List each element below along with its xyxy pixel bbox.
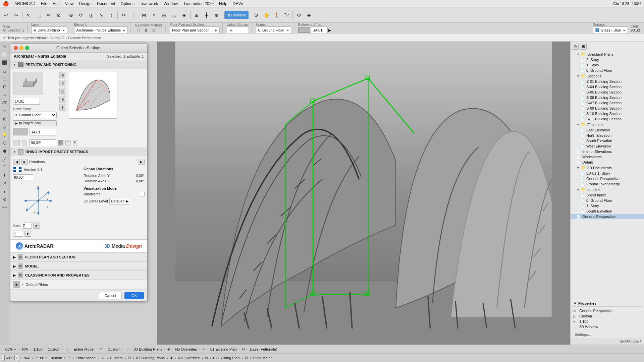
linked-dropdown[interactable]: ▶ (227, 26, 249, 34)
floor-plan-section-row[interactable]: ▶ ⊞ FLOOR PLAN AND SECTION (10, 253, 147, 262)
tree-item-details[interactable]: 📄 Details (571, 160, 644, 165)
bt2-plans[interactable]: 03 Building Plans (136, 356, 165, 360)
tree-item-idx-south-elev[interactable]: 📄 South Elevation (571, 208, 644, 214)
apple-icon[interactable]: 🍎 (3, 1, 9, 7)
tool-beam[interactable]: ━ (1, 107, 8, 115)
geo-btn-2[interactable]: ⊞ (143, 27, 149, 33)
rotation-check1[interactable]: ✓ (58, 140, 63, 145)
tree-item-ground-floor[interactable]: 📄 0. Ground Floor (571, 68, 644, 73)
redo-button[interactable]: ↪ (11, 10, 21, 20)
tree-item-generic-perspective-selected[interactable]: 📄 Generic Perspective (571, 214, 644, 219)
intersect-tool[interactable]: ⋈ (139, 10, 149, 20)
tree-item-s04[interactable]: 📄 S-04 Building Section (571, 84, 644, 89)
elevate-tool[interactable]: ↕ (107, 10, 116, 20)
tree-item-s11[interactable]: 📄 S-11 Building Section (571, 116, 644, 122)
zoom-out-button-2[interactable]: - (2, 355, 5, 361)
preview-icon-1[interactable]: ⊞ (59, 72, 66, 78)
mirror-tool[interactable]: ◫ (87, 10, 96, 20)
menu-window[interactable]: Window (164, 1, 178, 6)
menu-options[interactable]: Options (121, 1, 135, 6)
classification-section-row[interactable]: ▶ ⊞ CLASSIFICATION AND PROPERTIES (10, 271, 147, 280)
bt2-scale[interactable]: 1:100 (35, 356, 44, 360)
fill-tool[interactable]: ⊘ (54, 10, 63, 20)
tree-item-generic-persp-1[interactable]: 📄 Generic Perspective (571, 176, 644, 181)
tool-curtain[interactable]: ⊞ (1, 115, 8, 123)
tree-item-idx-story1[interactable]: 📄 1. Story (571, 203, 644, 208)
floor-dropdown[interactable]: Floor Plan and Section... ▶ (170, 26, 219, 34)
tree-item-s07[interactable]: 📄 S-07 Building Section (571, 100, 644, 106)
tree-item-s01[interactable]: 📄 S-01 Building Section (571, 79, 644, 84)
tool-figure[interactable]: ⊙ (1, 196, 8, 203)
tree-item-3d-documents[interactable]: ▼ 📁 3D Documents (571, 165, 644, 171)
tree-item-east-elev[interactable]: 📄 East Elevation (571, 127, 644, 133)
tree-item-story2[interactable]: 📄 2. Story (571, 57, 644, 62)
guide-tool[interactable]: ╋ (202, 10, 211, 20)
bottom-value-field[interactable]: 14,01 (311, 26, 328, 34)
menu-design[interactable]: Design (79, 1, 92, 6)
rhino-section-header[interactable]: ▼ RHINO IMPORT OBJECT SETTINGS (10, 147, 147, 156)
tool-arc[interactable]: ⌒ (1, 164, 8, 171)
rotate-tool[interactable]: ⟳ (76, 10, 86, 20)
tree-item-frontal-taxon[interactable]: 📄 Frontal Taxonometry (571, 181, 644, 187)
pan-tool[interactable]: ✋ (262, 10, 271, 20)
counter-input[interactable] (13, 231, 23, 237)
model-section-row[interactable]: ▶ ⊞ MODEL (10, 262, 147, 271)
rotation-angle-input[interactable]: 90,32° (29, 139, 56, 146)
rhino-prev-btn[interactable]: ◀ (13, 159, 20, 165)
preview-value-input[interactable] (13, 98, 40, 105)
tree-item-worksheets[interactable]: 📄 Worksheets (571, 154, 644, 160)
tool-dimension[interactable]: ⟺ (1, 204, 8, 211)
sync-icon[interactable]: ⟳ (3, 36, 6, 40)
tool-stair[interactable]: ≡ (1, 91, 8, 99)
tool-lamp[interactable]: 💡 (1, 131, 8, 139)
break-tool[interactable]: ⋮ (129, 10, 139, 20)
menu-help[interactable]: Help (219, 1, 227, 6)
axes-nav-btn[interactable]: ▶ (33, 223, 40, 229)
counter-nav-btn[interactable]: ▶ (24, 231, 31, 237)
tree-item-sections[interactable]: ▼ 📁 Sections (571, 73, 644, 79)
tree-item-s10[interactable]: 📄 S-10 Building Section (571, 111, 644, 116)
tool-object[interactable]: ◇ (1, 123, 8, 131)
tree-item-sheet-index[interactable]: 📄 Sheet Index (571, 192, 644, 198)
tool-slab[interactable]: ⬛ (1, 59, 8, 66)
bt-plans-1[interactable]: 03 Building Plans (134, 347, 162, 351)
layer-dropdown[interactable]: ◉ Default.Rhino ▶ (31, 26, 67, 34)
tree-item-s06[interactable]: 📄 S-06 Building Section (571, 95, 644, 100)
tool-zone[interactable]: ⬡ (1, 139, 8, 147)
home-story-select[interactable]: 0. Ground Floor (13, 112, 57, 118)
elevation-input[interactable] (30, 129, 56, 135)
tree-item-elevations[interactable]: ▼ 📁 Elevations (571, 122, 644, 127)
rhino-next-btn[interactable]: ▶ (21, 159, 28, 165)
bt2-existing[interactable]: 01 Existing Plan (213, 356, 239, 360)
render-btn[interactable]: ◈ (304, 10, 314, 20)
3d-viewport[interactable] (157, 42, 570, 345)
walk-tool[interactable]: 🚶 (272, 10, 281, 20)
home-dropdown[interactable]: 0. Ground Floor ▶ (256, 26, 291, 34)
settings-link[interactable]: Settings... (572, 331, 594, 338)
preview-icon-2[interactable]: ⊙ (59, 80, 66, 86)
menu-edit[interactable]: Edit (53, 1, 60, 6)
menu-devu[interactable]: DEVú (233, 1, 243, 6)
tree-item-west-elev[interactable]: 📄 West Elevation (571, 143, 644, 149)
rotation-check2[interactable]: ⬚ (65, 140, 71, 145)
tree-item-interior-elevations[interactable]: 📄 Interior Elevations (571, 149, 644, 154)
trim-tool[interactable]: ✂ (119, 10, 128, 20)
wireframe-checkbox[interactable] (140, 192, 145, 196)
tool-walls[interactable]: ⬜ (1, 51, 8, 58)
bt-existing-1[interactable]: 01 Existing Plan (210, 347, 237, 351)
tree-item-idx-ground-floor[interactable]: 📄 0. Ground Floor (571, 198, 644, 203)
menu-file[interactable]: File (41, 1, 47, 6)
adjust-tool[interactable]: ⌖ (149, 10, 159, 20)
navigator-icon[interactable]: ◎ (572, 43, 579, 50)
preview-section-header[interactable]: ▼ PREVIEW AND POSITIONING (10, 60, 147, 69)
orbit-tool[interactable]: ⊙ (252, 10, 261, 20)
tool-label[interactable]: ↗ (1, 180, 8, 187)
tool-text[interactable]: T (1, 172, 8, 179)
bt2-overrides[interactable]: No Overrides (178, 356, 200, 360)
menu-teamwork[interactable]: Teamwork (140, 1, 158, 6)
tool-arrow[interactable]: ↖ (1, 43, 8, 50)
tree-item-indexes[interactable]: ▼ 📁 Indexes (571, 187, 644, 192)
surface-dropdown[interactable]: Glass - Blue ▶ (593, 26, 628, 34)
tree-item-3d-01[interactable]: 📄 3D-01 1. Story (571, 171, 644, 176)
element-dropdown[interactable]: Archiradar - Nurbs Editable ▶ (74, 26, 128, 34)
